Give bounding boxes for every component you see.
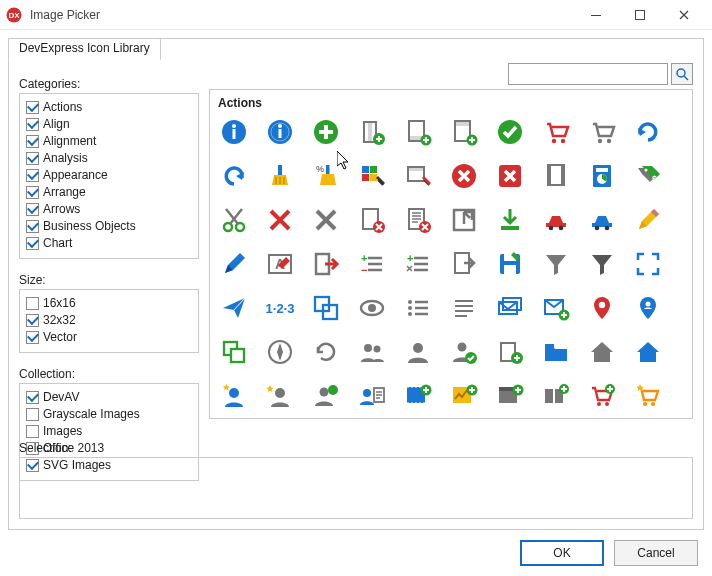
ok-button[interactable]: OK <box>520 540 604 566</box>
svg-text:DX: DX <box>8 11 20 20</box>
export-icon[interactable] <box>448 204 480 236</box>
collection-item[interactable]: DevAV <box>26 389 192 405</box>
add-file-icon[interactable] <box>356 116 388 148</box>
pencil-blue-icon[interactable] <box>218 248 250 280</box>
panel-plus-icon[interactable] <box>494 380 526 412</box>
user-star-gray-icon[interactable] <box>264 380 296 412</box>
list-edit-icon[interactable]: + <box>402 248 434 280</box>
category-item[interactable]: Chart <box>26 235 192 251</box>
chart-plus-icon[interactable] <box>448 380 480 412</box>
collection-item[interactable]: Images <box>26 423 192 439</box>
pencil-icon[interactable] <box>632 204 664 236</box>
clean-percent-icon[interactable]: % <box>310 160 342 192</box>
checkbox-icon <box>26 425 39 438</box>
panels-plus-icon[interactable] <box>540 380 572 412</box>
cancel-icon[interactable] <box>448 160 480 192</box>
film-plus-icon[interactable] <box>402 380 434 412</box>
apply-icon[interactable] <box>494 116 526 148</box>
category-item[interactable]: Align <box>26 116 192 132</box>
exit-icon[interactable] <box>310 248 342 280</box>
clean-blue-icon[interactable] <box>264 160 296 192</box>
maximize-button[interactable] <box>618 0 662 30</box>
category-item[interactable]: Arrows <box>26 201 192 217</box>
textbox-icon[interactable]: A <box>264 248 296 280</box>
users-icon[interactable] <box>356 336 388 368</box>
list-add-icon[interactable]: +− <box>356 248 388 280</box>
download-icon[interactable] <box>494 204 526 236</box>
filter-gray-icon[interactable] <box>540 248 572 280</box>
doc-gray-icon[interactable] <box>540 160 572 192</box>
home-blue-icon[interactable] <box>632 336 664 368</box>
home-gray-icon[interactable] <box>586 336 618 368</box>
palette-alt-icon[interactable] <box>402 160 434 192</box>
list-lines-icon[interactable] <box>448 292 480 324</box>
user-star-blue-icon[interactable] <box>218 380 250 412</box>
car-blue-icon[interactable] <box>586 204 618 236</box>
category-item[interactable]: Arrange <box>26 184 192 200</box>
group-icon[interactable] <box>310 292 342 324</box>
category-item[interactable]: Actions <box>26 99 192 115</box>
redo-icon[interactable] <box>632 116 664 148</box>
minimize-button[interactable] <box>574 0 618 30</box>
doc-right-icon[interactable] <box>448 248 480 280</box>
palette-icon[interactable] <box>356 160 388 192</box>
send-icon[interactable] <box>218 292 250 324</box>
tab-icon-library[interactable]: DevExpress Icon Library <box>8 38 161 60</box>
add-footer-icon[interactable] <box>402 116 434 148</box>
close-box-icon[interactable] <box>494 160 526 192</box>
filter-dark-icon[interactable] <box>586 248 618 280</box>
size-item-label: Vector <box>43 329 77 345</box>
close-button[interactable] <box>662 0 706 30</box>
pin-red-icon[interactable] <box>586 292 618 324</box>
save-blue-icon[interactable] <box>494 248 526 280</box>
mail-stack-icon[interactable] <box>494 292 526 324</box>
refresh-icon[interactable] <box>310 336 342 368</box>
about-alt-icon[interactable] <box>264 116 296 148</box>
cart-red-icon[interactable] <box>540 116 572 148</box>
collection-item[interactable]: Grayscale Images <box>26 406 192 422</box>
user-icon[interactable] <box>402 336 434 368</box>
category-item[interactable]: Business Objects <box>26 218 192 234</box>
checkbox-icon <box>26 314 39 327</box>
mail-add-icon[interactable] <box>540 292 572 324</box>
cut-icon[interactable] <box>218 204 250 236</box>
category-item[interactable]: Analysis <box>26 150 192 166</box>
search-button[interactable] <box>671 63 693 85</box>
cancel-button[interactable]: Cancel <box>614 540 698 566</box>
folder-blue-icon[interactable] <box>540 336 572 368</box>
doc-remove-icon[interactable] <box>356 204 388 236</box>
compass-icon[interactable] <box>264 336 296 368</box>
undo-icon[interactable] <box>218 160 250 192</box>
add-header-icon[interactable] <box>448 116 480 148</box>
page-remove-icon[interactable] <box>402 204 434 236</box>
delete-red-icon[interactable] <box>264 204 296 236</box>
size-item[interactable]: 32x32 <box>26 312 192 328</box>
car-red-icon[interactable] <box>540 204 572 236</box>
add-item-icon[interactable] <box>494 336 526 368</box>
list-bullets-icon[interactable] <box>402 292 434 324</box>
pin-user-icon[interactable] <box>632 292 664 324</box>
search-input[interactable] <box>508 63 668 85</box>
user-ok-icon[interactable] <box>448 336 480 368</box>
cart-spark-icon[interactable] <box>632 380 664 412</box>
report-icon[interactable] <box>586 160 618 192</box>
tags-icon[interactable]: $ <box>632 160 664 192</box>
delete-gray-icon[interactable] <box>310 204 342 236</box>
add-icon[interactable] <box>310 116 342 148</box>
eye-icon[interactable] <box>356 292 388 324</box>
about-icon[interactable] <box>218 116 250 148</box>
cart-gray-icon[interactable] <box>586 116 618 148</box>
size-item[interactable]: Vector <box>26 329 192 345</box>
category-item[interactable]: Alignment <box>26 133 192 149</box>
size-item[interactable]: 16x16 <box>26 295 192 311</box>
categories-box: ActionsAlignAlignmentAnalysisAppearanceA… <box>19 93 199 259</box>
user-card-icon[interactable] <box>356 380 388 412</box>
category-item[interactable]: Appearance <box>26 167 192 183</box>
svg-text:+: + <box>361 252 367 264</box>
123-icon[interactable]: 1·2·3 <box>264 292 296 324</box>
fullscreen-icon[interactable] <box>632 248 664 280</box>
user-status-icon[interactable] <box>310 380 342 412</box>
cart-plus-icon[interactable] <box>586 380 618 412</box>
copy-green-icon[interactable] <box>218 336 250 368</box>
svg-rect-54 <box>501 226 519 230</box>
